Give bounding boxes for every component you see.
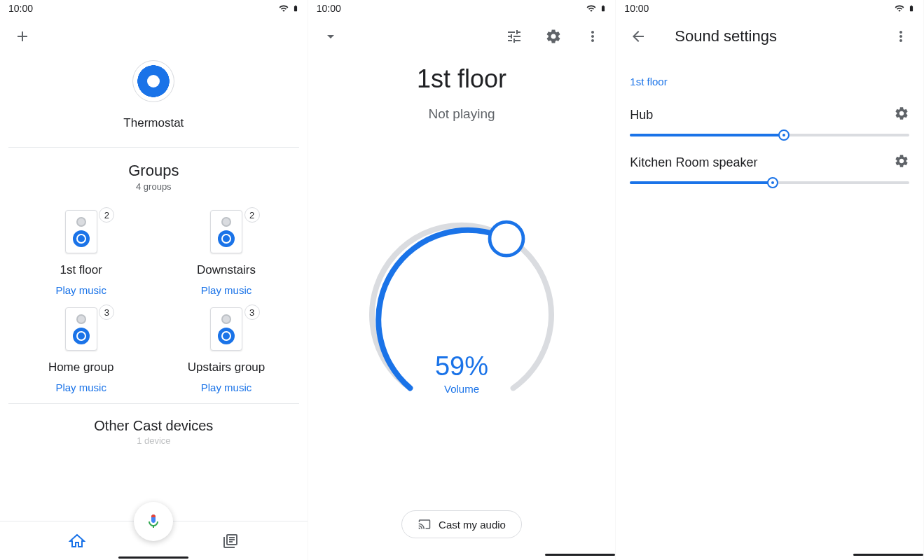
device-settings-button[interactable] <box>894 153 909 172</box>
volume-slider[interactable] <box>630 134 909 136</box>
add-button[interactable] <box>8 22 36 50</box>
playback-status: Not playing <box>308 106 616 122</box>
group-badge: 2 <box>99 207 114 223</box>
other-cast-title: Other Cast devices <box>0 418 308 434</box>
thermostat-tile[interactable]: Thermostat <box>0 56 308 147</box>
status-bar: 10:00 <box>0 0 308 17</box>
gauge-label: 59% Volume <box>350 351 574 395</box>
thermostat-icon <box>132 60 174 102</box>
other-cast-section: Other Cast devices 1 device <box>0 404 308 451</box>
back-button[interactable] <box>624 22 652 50</box>
status-bar: 10:00 <box>616 0 923 17</box>
mic-fab[interactable] <box>134 502 173 541</box>
group-name: Upstairs group <box>188 360 266 374</box>
nav-handle <box>118 556 188 559</box>
cast-label: Cast my audio <box>439 519 506 531</box>
group-badge: 2 <box>244 207 260 223</box>
volume-gauge[interactable]: 59% Volume <box>308 122 616 510</box>
device-settings-button[interactable] <box>894 106 909 124</box>
groups-count: 4 groups <box>0 181 308 192</box>
other-cast-sub: 1 device <box>0 435 308 446</box>
slider-kitchen: Kitchen Room speaker <box>616 148 923 195</box>
top-bar <box>308 17 616 56</box>
sound-settings-screen: 10:00 Sound settings 1st floor Hub <box>616 0 924 560</box>
groups-grid: 2 1st floor Play music 2 Downstairs Play… <box>0 197 308 403</box>
status-time: 10:00 <box>624 3 649 14</box>
play-music-link[interactable]: Play music <box>201 382 252 393</box>
nav-home-button[interactable] <box>63 527 91 555</box>
divider <box>8 147 299 148</box>
slider-label: Hub <box>630 108 653 122</box>
slider-hub: Hub <box>616 100 923 148</box>
group-name: 1st floor <box>60 263 102 277</box>
room-title: 1st floor <box>308 64 616 94</box>
battery-icon <box>292 3 299 14</box>
speaker-icon <box>65 210 97 253</box>
settings-button[interactable] <box>539 22 567 50</box>
group-label[interactable]: 1st floor <box>616 56 923 100</box>
top-bar <box>0 17 308 56</box>
mic-icon <box>145 513 162 530</box>
status-icons <box>586 3 607 14</box>
speaker-icon <box>65 307 97 351</box>
status-bar: 10:00 <box>308 0 616 17</box>
group-badge: 3 <box>244 304 260 320</box>
nav-handle <box>853 554 923 556</box>
speaker-icon <box>210 210 242 253</box>
wifi-icon <box>894 4 905 13</box>
group-badge: 3 <box>99 304 114 320</box>
page-title: Sound settings <box>675 27 777 46</box>
groups-title: Groups <box>0 162 308 180</box>
thermostat-label: Thermostat <box>123 116 184 130</box>
volume-value: 59% <box>350 351 574 382</box>
speaker-icon <box>210 307 242 351</box>
volume-screen: 10:00 1st floor Not playing <box>308 0 616 560</box>
play-music-link[interactable]: Play music <box>55 382 106 393</box>
status-time: 10:00 <box>8 3 33 14</box>
nav-handle <box>545 554 615 556</box>
group-downstairs[interactable]: 2 Downstairs Play music <box>153 203 298 300</box>
more-button[interactable] <box>579 22 607 50</box>
status-icons <box>278 3 299 14</box>
cast-icon <box>418 518 432 531</box>
expand-button[interactable] <box>317 22 345 50</box>
cast-audio-button[interactable]: Cast my audio <box>401 510 522 538</box>
more-button[interactable] <box>887 22 915 50</box>
volume-label: Volume <box>350 383 574 395</box>
group-home-group[interactable]: 3 Home group Play music <box>8 300 153 398</box>
equalizer-button[interactable] <box>500 22 528 50</box>
play-music-link[interactable]: Play music <box>55 284 106 296</box>
slider-label: Kitchen Room speaker <box>630 155 757 170</box>
volume-slider[interactable] <box>630 181 909 184</box>
battery-icon <box>600 3 607 14</box>
nav-library-button[interactable] <box>216 527 244 555</box>
play-music-link[interactable]: Play music <box>201 284 252 296</box>
battery-icon <box>908 3 915 14</box>
home-screen: 10:00 Thermostat Groups 4 groups 2 1st f… <box>0 0 308 560</box>
top-bar: Sound settings <box>616 17 923 56</box>
bottom-nav <box>0 521 308 560</box>
group-upstairs-group[interactable]: 3 Upstairs group Play music <box>153 300 298 398</box>
wifi-icon <box>586 4 597 13</box>
status-icons <box>894 3 915 14</box>
wifi-icon <box>278 4 289 13</box>
group-name: Home group <box>48 360 114 374</box>
group-1st-floor[interactable]: 2 1st floor Play music <box>8 203 153 300</box>
status-time: 10:00 <box>317 3 341 14</box>
group-name: Downstairs <box>197 263 256 277</box>
svg-point-0 <box>490 222 523 255</box>
